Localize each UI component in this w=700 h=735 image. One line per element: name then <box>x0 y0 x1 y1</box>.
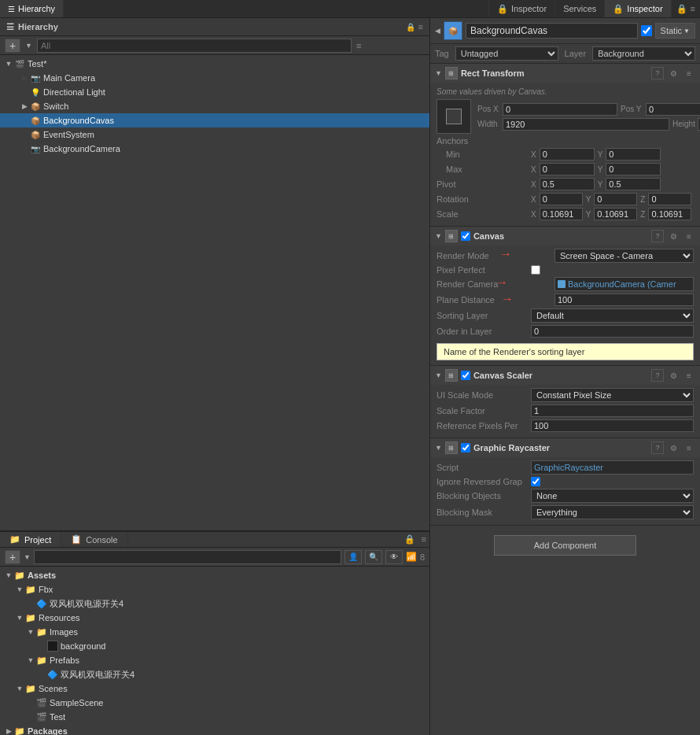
rotation-z-input[interactable] <box>648 193 691 205</box>
render-mode-select[interactable]: Screen Space - Camera <box>554 249 694 263</box>
tree-item-switch[interactable]: ▶ 📦 Switch <box>0 99 429 113</box>
tree-item-directional-light[interactable]: 💡 Directional Light <box>0 85 429 99</box>
rect-transform-header[interactable]: ▼ ⊞ Rect Transform ? ⚙ ≡ <box>430 64 700 83</box>
sorting-layer-select[interactable]: Default <box>531 308 694 323</box>
blocking-objects-select[interactable]: None <box>531 489 694 503</box>
project-item-scenes[interactable]: ▼ 📁 Scenes <box>0 681 429 696</box>
tag-select[interactable]: Untagged <box>455 46 558 61</box>
render-camera-ref[interactable]: BackgroundCamera (Camer <box>554 277 694 291</box>
tab-inspector-right[interactable]: 🔒 Inspector <box>605 0 671 17</box>
anchor-min-y-input[interactable] <box>606 148 661 161</box>
canvas-enabled-check[interactable] <box>461 231 470 241</box>
canvas-help-btn[interactable]: ? <box>651 230 664 242</box>
object-toggle-arrow[interactable]: ◀ <box>435 27 440 35</box>
hierarchy-search-input[interactable] <box>37 39 352 53</box>
rotation-y-input[interactable] <box>594 193 637 205</box>
project-add-button[interactable]: + <box>5 550 20 564</box>
project-person-icon-btn[interactable]: 👤 <box>344 550 362 564</box>
script-ref[interactable]: GraphicRaycaster <box>531 460 694 475</box>
canvas-scaler-enabled-check[interactable] <box>461 371 470 380</box>
project-item-packages[interactable]: ▶ 📁 Packages <box>0 724 429 735</box>
canvas-scaler-toggle: ▼ <box>435 371 442 379</box>
hierarchy-panel-title: ☰ Hierarchy <box>6 22 58 32</box>
pos-y-input[interactable] <box>646 103 700 116</box>
graphic-raycaster-help-btn[interactable]: ? <box>651 441 664 454</box>
order-layer-input[interactable] <box>531 325 694 338</box>
object-enabled-checkbox[interactable] <box>641 25 652 36</box>
canvas-scaler-header[interactable]: ▼ ⊞ Canvas Scaler ? ⚙ ≡ <box>430 366 700 385</box>
static-dropdown-icon: ▼ <box>683 28 690 35</box>
rect-transform-help-btn[interactable]: ? <box>651 67 664 79</box>
project-item-assets[interactable]: ▼ 📁 Assets <box>0 568 429 582</box>
blocking-mask-select[interactable]: Everything <box>531 505 694 519</box>
anchor-max-x-input[interactable] <box>540 163 595 175</box>
tree-item-main-camera[interactable]: ▶ 📷 Main Camera <box>0 71 429 85</box>
scale-z-input[interactable] <box>648 208 691 220</box>
tree-label-test: Test* <box>28 59 46 68</box>
project-item-samplescene[interactable]: 🎬 SampleScene <box>0 696 429 710</box>
pivot-x-input[interactable] <box>540 178 595 190</box>
project-item-resources[interactable]: ▼ 📁 Resources <box>0 611 429 625</box>
scale-x-input[interactable] <box>540 208 583 220</box>
rect-transform-menu-btn[interactable]: ≡ <box>683 67 695 79</box>
width-input[interactable] <box>503 118 669 131</box>
canvas-scaler-settings-btn[interactable]: ⚙ <box>667 369 680 382</box>
rect-transform-settings-btn[interactable]: ⚙ <box>667 67 680 79</box>
graphic-raycaster-header[interactable]: ▼ ⊞ Graphic Raycaster ? ⚙ ≡ <box>430 438 700 457</box>
canvas-scaler-help-btn[interactable]: ? <box>651 369 664 382</box>
tab-console[interactable]: 📋 Console <box>61 532 127 547</box>
canvas-toggle: ▼ <box>435 232 442 240</box>
project-dropdown-icon[interactable]: ▼ <box>24 553 31 561</box>
rect-transform-title: Rect Transform <box>461 68 648 78</box>
project-item-prefab-asset[interactable]: 🔷 双风机双电源开关4 <box>0 667 429 681</box>
canvas-settings-btn[interactable]: ⚙ <box>667 230 680 242</box>
tree-item-test[interactable]: ▼ 🎬 Test* <box>0 57 429 71</box>
project-menu-icon[interactable]: ≡ <box>418 532 429 547</box>
layer-select[interactable]: Background <box>592 46 695 61</box>
scale-factor-input[interactable] <box>531 404 694 417</box>
plane-distance-input[interactable] <box>554 294 694 306</box>
anchor-max-y-input[interactable] <box>606 163 661 175</box>
lock-controls-icon: 🔒 <box>676 4 687 14</box>
project-search-input[interactable] <box>34 550 341 564</box>
anchor-min-x-input[interactable] <box>540 148 595 161</box>
static-button[interactable]: Static ▼ <box>655 23 695 39</box>
pivot-y-input[interactable] <box>606 178 661 190</box>
project-item-images[interactable]: ▼ 📁 Images <box>0 625 429 639</box>
hierarchy-menu-icon[interactable]: ≡ <box>418 22 423 31</box>
scale-y-input[interactable] <box>594 208 637 220</box>
pos-x-input[interactable] <box>503 103 617 116</box>
tab-inspector-left[interactable]: 🔒 Inspector <box>488 0 555 17</box>
hierarchy-options-icon[interactable]: ≡ <box>356 41 361 50</box>
canvas-scaler-menu-btn[interactable]: ≡ <box>683 369 695 382</box>
ui-scale-mode-select[interactable]: Constant Pixel Size <box>531 388 694 402</box>
tree-item-background-cavas[interactable]: 📦 BackgroundCavas <box>0 113 429 127</box>
canvas-menu-btn[interactable]: ≡ <box>683 230 695 242</box>
tree-item-background-camera[interactable]: 📷 BackgroundCamera <box>0 142 429 156</box>
reference-pixels-input[interactable] <box>531 419 694 432</box>
object-name-input[interactable] <box>466 23 638 39</box>
project-item-prefabs[interactable]: ▼ 📁 Prefabs <box>0 653 429 667</box>
scene-icon: 🎬 <box>14 58 25 69</box>
rotation-x-input[interactable] <box>540 193 583 205</box>
project-item-fbx[interactable]: ▼ 📁 Fbx <box>0 582 429 596</box>
ignore-reversed-check[interactable] <box>531 477 540 486</box>
tab-services[interactable]: Services <box>555 0 605 17</box>
add-component-button[interactable]: Add Component <box>494 535 637 556</box>
tree-item-eventsystem[interactable]: 📦 EventSystem <box>0 127 429 142</box>
project-item-test[interactable]: 🎬 Test <box>0 710 429 724</box>
pixel-perfect-check[interactable] <box>531 265 540 275</box>
project-search-icon-btn[interactable]: 🔍 <box>365 550 382 564</box>
project-eye-icon-btn[interactable]: 👁 <box>385 550 403 564</box>
tab-project[interactable]: 📁 Project <box>0 532 61 547</box>
graphic-raycaster-enabled-check[interactable] <box>461 443 470 452</box>
canvas-header[interactable]: ▼ ⊞ Canvas ? ⚙ ≡ <box>430 227 700 246</box>
graphic-raycaster-settings-btn[interactable]: ⚙ <box>667 441 680 454</box>
graphic-raycaster-menu-btn[interactable]: ≡ <box>683 441 695 454</box>
rotation-y-label: Y <box>586 195 591 204</box>
project-item-background[interactable]: background <box>0 639 429 653</box>
project-item-fbx-asset[interactable]: 🔷 双风机双电源开关4 <box>0 596 429 611</box>
tab-hierarchy[interactable]: ☰ Hierarchy <box>0 0 64 17</box>
hierarchy-dropdown-icon[interactable]: ▼ <box>25 42 32 50</box>
hierarchy-add-button[interactable]: + <box>5 39 20 53</box>
